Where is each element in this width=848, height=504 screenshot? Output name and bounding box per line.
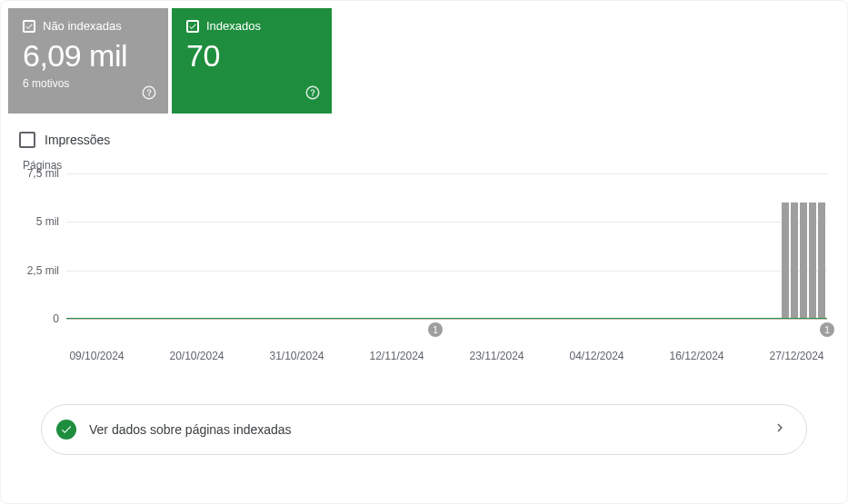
tile-header: Não indexadas [23,19,154,33]
x-tick: 12/11/2024 [369,350,424,362]
bar [782,203,789,319]
index-status-card: Não indexadas 6,09 mil 6 motivos Indexad… [0,0,848,504]
recent-bars [782,173,825,319]
event-marker[interactable]: 1 [428,322,443,337]
plot-area [66,173,827,319]
metric-tiles: Não indexadas 6,09 mil 6 motivos Indexad… [8,8,840,114]
checkbox-checked-icon [186,20,199,33]
impressions-label: Impressões [45,133,110,147]
impressions-toggle[interactable]: Impressões [8,114,840,155]
tile-label: Não indexadas [43,19,122,33]
bar [800,203,807,319]
chart: Páginas 7,5 mil 5 mil 2,5 mil 0 11 09/10… [8,155,840,368]
help-icon[interactable] [141,84,157,104]
y-tick: 5 mil [36,215,59,228]
x-tick: 23/11/2024 [469,350,524,362]
x-tick: 16/12/2024 [669,350,723,362]
tile-header: Indexados [186,19,317,33]
tile-value: 6,09 mil [23,38,154,74]
event-marker[interactable]: 1 [820,322,834,337]
tile-label: Indexados [206,19,261,33]
y-axis: 7,5 mil 5 mil 2,5 mil 0 [21,173,66,319]
view-indexed-pages-link[interactable]: Ver dados sobre páginas indexadas [41,404,807,455]
chart-markers: 11 [21,322,827,341]
checkbox-unchecked-icon [19,132,35,148]
bar [809,203,816,319]
tile-value: 70 [186,38,317,74]
link-card-text: Ver dados sobre páginas indexadas [89,422,292,437]
x-tick: 20/10/2024 [169,350,224,362]
tile-not-indexed[interactable]: Não indexadas 6,09 mil 6 motivos [8,8,168,114]
x-tick: 04/12/2024 [569,350,624,362]
checkbox-checked-icon [23,20,35,33]
help-icon[interactable] [304,84,321,104]
y-axis-title: Páginas [23,159,827,172]
y-tick: 2,5 mil [27,264,59,277]
x-tick: 09/10/2024 [69,350,124,362]
check-circle-icon [56,420,76,440]
tile-indexed[interactable]: Indexados 70 [172,8,332,114]
chart-plot: 7,5 mil 5 mil 2,5 mil 0 [21,173,827,319]
y-tick: 7,5 mil [27,167,59,180]
x-tick: 27/12/2024 [769,350,823,362]
x-axis: 09/10/202420/10/202431/10/202412/11/2024… [21,350,827,368]
tile-subtext: 6 motivos [23,77,154,90]
bar [791,203,798,319]
chevron-right-icon [772,420,788,440]
x-tick: 31/10/2024 [269,350,324,362]
series-line [66,318,827,319]
bar [818,203,825,319]
